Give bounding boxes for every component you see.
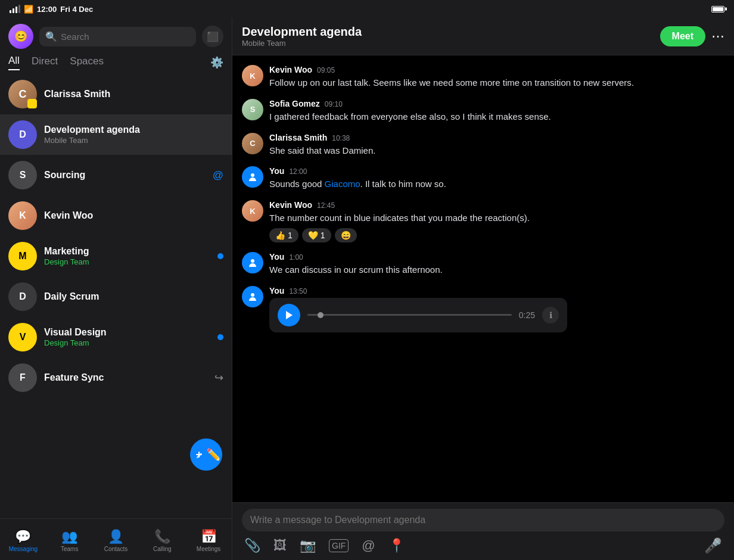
message-body: Sofia Gomez 09:10 I gathered feedback fr…	[269, 99, 724, 123]
chat-input-bar: 📎 🖼 📷 GIF @ 📍 🎤	[232, 502, 734, 560]
message-body: You 13:50 0:25 ℹ	[269, 286, 724, 332]
avatar: V	[8, 323, 37, 351]
svg-point-6	[251, 293, 254, 297]
location-icon[interactable]: 📍	[388, 538, 405, 553]
message-avatar: K	[242, 65, 263, 86]
message-avatar: S	[242, 99, 263, 120]
message-body: You 12:00 Sounds good Giacomo. Il talk t…	[269, 166, 724, 191]
chat-input-row[interactable]	[242, 509, 724, 531]
search-input[interactable]	[61, 32, 190, 42]
status-time: 12:00	[37, 5, 57, 14]
message-row: C Clarissa Smith 10:38 She said that was…	[242, 133, 724, 157]
sidebar: 😊 🔍 ⬛ All Direct Spaces ⚙️ C	[0, 18, 232, 560]
chat-input[interactable]	[250, 515, 716, 525]
chat-header-info: Development agenda Mobile Team	[242, 25, 660, 48]
list-item[interactable]: K Kevin Woo	[0, 195, 232, 236]
item-content: Kevin Woo	[44, 210, 223, 221]
chat-title: Development agenda	[242, 25, 660, 39]
tab-all[interactable]: All	[8, 55, 20, 70]
list-item[interactable]: M Marketing Design Team	[0, 236, 232, 276]
item-content: Visual Design Design Team	[44, 327, 210, 347]
status-bar-right	[711, 6, 724, 13]
audio-progress-dot	[318, 312, 324, 318]
chat-panel: Development agenda Mobile Team Meet ⋯ K …	[232, 18, 734, 560]
message-row: You 12:00 Sounds good Giacomo. Il talk t…	[242, 166, 724, 191]
calling-icon: 📞	[154, 529, 170, 545]
svg-point-4	[251, 259, 254, 263]
filter-icon[interactable]: ⚙️	[210, 56, 223, 69]
cast-icon: ⬛	[207, 31, 219, 42]
message-body: You 1:00 We can discuss in our scrum thi…	[269, 252, 724, 276]
message-avatar	[242, 166, 263, 188]
bottom-nav: 💬 Messaging 👥 Teams 👤 Contacts 📞 Calling…	[0, 518, 232, 560]
contacts-icon: 👤	[108, 529, 124, 545]
item-content: Clarissa Smith	[44, 89, 223, 99]
nav-contacts[interactable]: 👤 Contacts	[93, 524, 139, 558]
gif-icon[interactable]: GIF	[329, 539, 349, 552]
nav-teams[interactable]: 👥 Teams	[46, 524, 93, 558]
item-content: Sourcing	[44, 170, 206, 181]
avatar: K	[8, 201, 37, 230]
list-item[interactable]: D Daily Scrum	[0, 276, 232, 317]
compose-button[interactable]: ✏️	[190, 438, 222, 471]
list-item[interactable]: F Feature Sync ↪	[0, 357, 232, 398]
tab-bar: All Direct Spaces ⚙️	[0, 55, 232, 74]
reaction-thumbsup[interactable]: 👍 1	[269, 228, 298, 242]
nav-meetings[interactable]: 📅 Meetings	[185, 524, 232, 558]
search-bar[interactable]: 🔍	[39, 27, 196, 46]
chat-toolbar: 📎 🖼 📷 GIF @ 📍 🎤	[242, 537, 724, 554]
unread-badge	[217, 334, 223, 340]
message-avatar: K	[242, 200, 263, 222]
avatar: M	[8, 242, 37, 270]
microphone-icon[interactable]: 🎤	[704, 537, 722, 554]
item-content: Development agenda Mobile Team	[44, 125, 223, 145]
search-icon: 🔍	[45, 31, 57, 42]
list-item[interactable]: D Development agenda Mobile Team	[0, 114, 232, 155]
more-options-button[interactable]: ⋯	[711, 29, 724, 44]
audio-duration: 0:25	[519, 310, 535, 320]
nav-messaging-label: Messaging	[9, 546, 38, 552]
reaction-heart[interactable]: 💛 1	[302, 228, 331, 242]
list-item[interactable]: C Clarissa Smith	[0, 74, 232, 114]
meet-button[interactable]: Meet	[660, 26, 705, 46]
audio-info-button[interactable]: ℹ	[542, 307, 559, 323]
sidebar-header: 😊 🔍 ⬛	[0, 18, 232, 55]
nav-teams-label: Teams	[61, 546, 78, 552]
nav-calling[interactable]: 📞 Calling	[139, 524, 185, 558]
message-avatar: C	[242, 133, 263, 154]
avatar: C	[8, 80, 37, 108]
avatar: D	[8, 120, 37, 149]
signal-icon	[10, 5, 20, 13]
status-date: Fri 4 Dec	[60, 5, 93, 14]
avatar: S	[8, 161, 37, 189]
item-content: Daily Scrum	[44, 291, 223, 302]
message-avatar	[242, 252, 263, 273]
cast-button[interactable]: ⬛	[202, 26, 223, 47]
image-icon[interactable]: 🖼	[273, 538, 287, 553]
nav-calling-label: Calling	[153, 546, 172, 552]
message-body: Kevin Woo 12:45 The number count in blue…	[269, 200, 724, 242]
message-row: K Kevin Woo 12:45 The number count in bl…	[242, 200, 724, 242]
attach-icon[interactable]: 📎	[244, 538, 260, 553]
play-button[interactable]	[278, 304, 300, 326]
chat-messages: K Kevin Woo 09:05 Follow up on our last …	[232, 55, 734, 502]
nav-messaging[interactable]: 💬 Messaging	[0, 524, 46, 558]
unread-badge	[217, 253, 223, 259]
list-item[interactable]: V Visual Design Design Team	[0, 317, 232, 357]
svg-point-2	[251, 173, 254, 177]
forward-icon: ↪	[214, 371, 223, 384]
tab-spaces[interactable]: Spaces	[70, 55, 104, 70]
message-row: You 13:50 0:25 ℹ	[242, 286, 724, 332]
mention-icon[interactable]: @	[362, 538, 375, 553]
list-item[interactable]: S Sourcing @	[0, 155, 232, 195]
status-bar-left: 📶 12:00 Fri 4 Dec	[10, 5, 93, 14]
message-row: S Sofia Gomez 09:10 I gathered feedback …	[242, 99, 724, 123]
tab-direct[interactable]: Direct	[32, 55, 58, 70]
nav-contacts-label: Contacts	[104, 546, 127, 552]
reaction-smile[interactable]: 😄	[335, 228, 357, 242]
camera-icon[interactable]: 📷	[300, 538, 316, 553]
chat-header: Development agenda Mobile Team Meet ⋯	[232, 18, 734, 55]
message-row: You 1:00 We can discuss in our scrum thi…	[242, 252, 724, 276]
user-avatar[interactable]: 😊	[8, 24, 33, 49]
audio-progress-track[interactable]	[307, 314, 512, 316]
